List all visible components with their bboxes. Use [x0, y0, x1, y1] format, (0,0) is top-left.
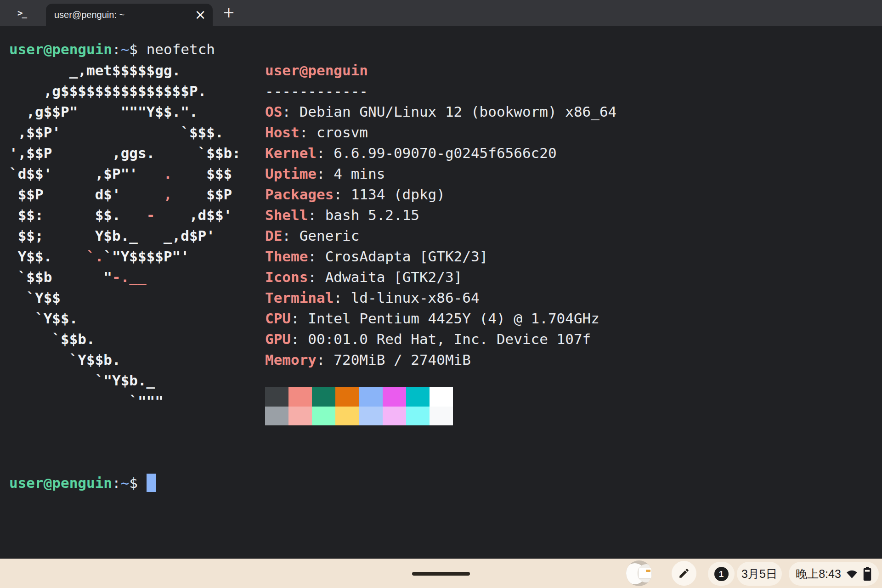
- ascii-art-line: ,g$$P" """Y$$.".: [9, 102, 241, 122]
- stylus-tools-button[interactable]: [672, 561, 696, 586]
- ascii-art-line: `Y$$.: [9, 308, 241, 329]
- palette-swatch: [288, 407, 312, 426]
- date-label: 3月5日: [741, 566, 777, 582]
- sysinfo-underline: ------------: [265, 81, 616, 102]
- ascii-art-line: $$; Y$b._ _,d$P': [9, 226, 241, 246]
- screen: >_ user@penguin: ~ × + user@penguin:~$ n…: [0, 0, 882, 588]
- sysinfo-line: Packages: 1134 (dpkg): [265, 184, 616, 205]
- command-line: user@penguin:~$ neofetch: [9, 39, 215, 60]
- sysinfo-line: Kernel: 6.6.99-09070-g0245f6566c20: [265, 143, 616, 164]
- sysinfo-title: user@penguin: [265, 60, 616, 81]
- ascii-art-line: ,$$P' `$$$.: [9, 122, 241, 143]
- time-label: 晚上8:43: [796, 566, 841, 582]
- sysinfo-line: Uptime: 4 mins: [265, 164, 616, 184]
- prompt-separator: :: [112, 475, 121, 491]
- sysinfo-line: GPU: 00:01.0 Red Hat, Inc. Device 107f: [265, 329, 616, 350]
- sysinfo-line: Terminal: ld-linux-x86-64: [265, 288, 616, 308]
- ascii-art-line: `""": [9, 391, 241, 412]
- new-tab-button[interactable]: +: [221, 5, 237, 21]
- palette-swatch: [430, 387, 453, 407]
- ascii-art-line: `$$b "-.__: [9, 267, 241, 288]
- ascii-art-line: Y$$. `.`"Y$$$$P"': [9, 246, 241, 267]
- terminal-tab[interactable]: user@penguin: ~ ×: [46, 4, 213, 26]
- ascii-art-line: ',$$P ,ggs. `$$b:: [9, 143, 241, 164]
- prompt-symbol: $: [129, 475, 138, 491]
- palette-swatch: [265, 387, 288, 407]
- shelf: 1 3月5日 晚上8:43: [0, 559, 882, 588]
- ascii-art-line: ,g$$$$$$$$$$$$$$$P.: [9, 81, 241, 102]
- terminal-screen[interactable]: user@penguin:~$ neofetch _,met$$$$$gg. ,…: [0, 26, 882, 559]
- shelf-handle[interactable]: [412, 572, 470, 576]
- terminal-app-icon: >_: [17, 8, 26, 18]
- ascii-art-line: $$P d$' , $$P: [9, 184, 241, 205]
- sysinfo-line: Host: crosvm: [265, 122, 616, 143]
- window-thumbnail: [639, 568, 652, 579]
- ascii-art-line: $$: $$. - ,d$$': [9, 205, 241, 226]
- notification-button[interactable]: 1: [708, 562, 735, 586]
- command-text: neofetch: [147, 41, 215, 57]
- palette-swatch: [312, 387, 335, 407]
- terminal-cursor: [147, 474, 156, 492]
- holding-space-button[interactable]: [626, 560, 652, 586]
- palette-swatch: [406, 407, 430, 426]
- sysinfo-block: user@penguin------------OS: Debian GNU/L…: [265, 60, 616, 370]
- debian-ascii-art: _,met$$$$$gg. ,g$$$$$$$$$$$$$$$P. ,g$$P"…: [9, 60, 241, 412]
- palette-swatch: [406, 387, 430, 407]
- ascii-art-line: `"Y$b._: [9, 370, 241, 391]
- prompt-user: user@penguin: [9, 475, 112, 491]
- palette-swatch: [335, 407, 359, 426]
- ascii-art-line: `$$b.: [9, 329, 241, 350]
- sysinfo-line: Theme: CrosAdapta [GTK2/3]: [265, 246, 616, 267]
- prompt-user: user@penguin: [9, 41, 112, 57]
- pen-icon: [678, 567, 690, 579]
- palette-swatch: [359, 407, 383, 426]
- palette-swatch: [383, 387, 406, 407]
- notification-count-badge: 1: [714, 567, 729, 581]
- system-tray-button[interactable]: 晚上8:43: [789, 562, 879, 586]
- palette-swatch: [312, 407, 335, 426]
- sysinfo-line: CPU: Intel Pentium 4425Y (4) @ 1.704GHz: [265, 308, 616, 329]
- sysinfo-line: Shell: bash 5.2.15: [265, 205, 616, 226]
- ascii-art-line: _,met$$$$$gg.: [9, 60, 241, 81]
- palette-swatch: [359, 387, 383, 407]
- battery-icon: [863, 567, 872, 581]
- prompt-symbol: $: [129, 41, 138, 57]
- prompt-path: ~: [121, 475, 130, 491]
- palette-swatch: [265, 407, 288, 426]
- palette-swatch: [288, 387, 312, 407]
- sysinfo-line: OS: Debian GNU/Linux 12 (bookworm) x86_6…: [265, 102, 616, 122]
- window-thumbnail-accent: [646, 570, 650, 572]
- sysinfo-line: DE: Generic: [265, 226, 616, 246]
- close-icon[interactable]: ×: [193, 8, 207, 22]
- color-palette: [265, 387, 453, 425]
- palette-swatch: [335, 387, 359, 407]
- sysinfo-line: Icons: Adwaita [GTK2/3]: [265, 267, 616, 288]
- bottom-command-line: user@penguin:~$: [9, 473, 156, 493]
- prompt-separator: :: [112, 41, 121, 57]
- ascii-art-line: `Y$$: [9, 288, 241, 308]
- prompt-path: ~: [121, 41, 130, 57]
- ascii-art-line: `Y$$b.: [9, 350, 241, 370]
- sysinfo-line: Memory: 720MiB / 2740MiB: [265, 350, 616, 370]
- wifi-icon: [845, 568, 859, 580]
- calendar-date-button[interactable]: 3月5日: [737, 562, 782, 586]
- tab-bar: >_ user@penguin: ~ × +: [0, 0, 882, 26]
- palette-swatch: [383, 407, 406, 426]
- ascii-art-line: `d$$' ,$P"' . $$$: [9, 164, 241, 184]
- tab-title: user@penguin: ~: [54, 10, 193, 20]
- palette-swatch: [430, 407, 453, 426]
